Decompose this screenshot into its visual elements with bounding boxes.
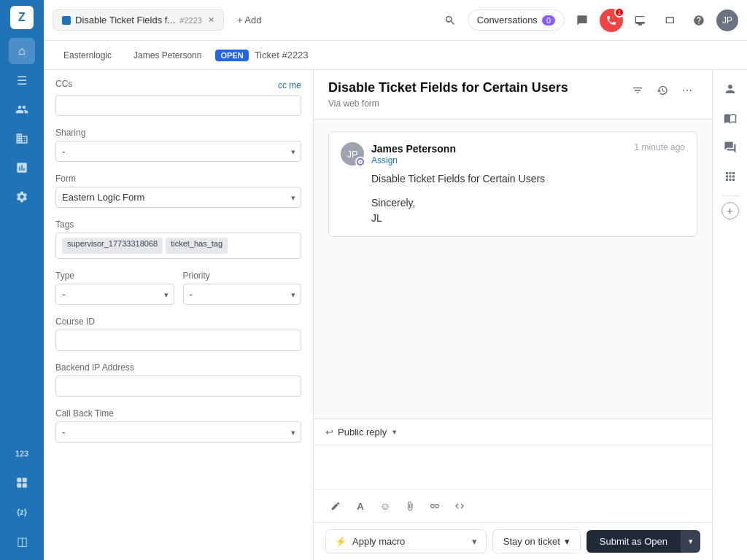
body-line2: Sincerely, [371, 195, 685, 211]
message-card: JP James Petersonn Assign 1 minute ago [328, 131, 697, 237]
nav-numbers[interactable]: 123 [9, 440, 35, 467]
tag-supervisor: supervisor_17733318068 [62, 238, 163, 254]
ccs-field: CCs cc me [55, 79, 301, 116]
code-tool[interactable] [449, 496, 470, 516]
conversations-button[interactable]: Conversations 0 [468, 9, 565, 31]
text-tool[interactable]: A [350, 496, 371, 516]
stay-label: Stay on ticket [503, 536, 560, 547]
format-tool[interactable] [325, 496, 346, 516]
type-select-wrapper: - Question Incident Problem Task [55, 284, 174, 305]
link-tool[interactable] [425, 496, 445, 516]
active-tab[interactable]: Disable Ticket Fields f... #2223 ✕ [53, 9, 224, 31]
callback-select[interactable]: - [55, 421, 301, 443]
svg-rect-3 [23, 483, 27, 488]
breadcrumb-org[interactable]: Easternlogic [55, 47, 120, 64]
ticket-header: Disable Ticket Fields for Certain Users … [314, 70, 712, 120]
ccs-input[interactable] [55, 95, 301, 116]
ticket-header-actions: ⋯ [627, 80, 697, 101]
attach-tool[interactable] [400, 496, 420, 516]
ccs-label: CCs [55, 79, 72, 89]
tab-num: #2223 [179, 16, 202, 25]
more-options-icon[interactable]: ⋯ [677, 80, 697, 101]
add-icon[interactable]: + [721, 202, 739, 219]
tags-label: Tags [55, 219, 301, 230]
priority-label: Priority [183, 271, 302, 281]
backend-ip-input[interactable] [55, 376, 301, 397]
type-label: Type [55, 271, 174, 281]
svg-rect-0 [17, 478, 21, 482]
course-id-input[interactable] [55, 330, 301, 351]
nav-reports[interactable] [9, 155, 35, 181]
ticket-status-badge: OPEN [215, 50, 248, 61]
type-field: Type - Question Incident Problem Task [55, 271, 174, 305]
sharing-select[interactable]: - [55, 141, 301, 162]
history-icon[interactable] [652, 80, 673, 101]
reply-header[interactable]: ↩ Public reply ▾ [314, 419, 712, 446]
message-body: Disable Ticket Fields for Certain Users … [341, 171, 685, 226]
macro-label: Apply macro [352, 536, 405, 547]
divider [721, 195, 739, 196]
user-avatar[interactable]: JP [716, 9, 738, 31]
sharing-label: Sharing [55, 128, 301, 138]
tab-close[interactable]: ✕ [208, 15, 214, 25]
app-logo[interactable]: Z [10, 6, 34, 29]
reply-area: ↩ Public reply ▾ A ☺ [314, 419, 712, 522]
left-panel: CCs cc me Sharing - Form Eas [44, 70, 314, 560]
priority-select[interactable]: - Low Normal High Urgent [183, 284, 302, 305]
nav-companies[interactable] [9, 125, 35, 152]
apply-macro-button[interactable]: ⚡ Apply macro ▾ [325, 529, 487, 553]
cc-me-link[interactable]: cc me [278, 80, 301, 90]
submit-button-group: Submit as Open ▾ [587, 530, 700, 553]
grid-icon-button[interactable] [658, 9, 681, 32]
apps-icon[interactable] [717, 163, 743, 190]
book-icon[interactable] [717, 105, 743, 131]
type-select[interactable]: - Question Incident Problem Task [55, 284, 174, 305]
submit-button[interactable]: Submit as Open [587, 530, 681, 553]
nav-settings[interactable] [9, 184, 35, 210]
message-time: 1 minute ago [635, 142, 685, 152]
nav-widget[interactable] [9, 470, 35, 496]
nav-code[interactable]: {z} [9, 499, 35, 525]
far-right-panel: + [712, 70, 747, 560]
tab-title: Disable Ticket Fields f... [75, 15, 175, 26]
search-button[interactable] [438, 9, 462, 32]
ticket-title: Disable Ticket Fields for Certain Users [328, 80, 568, 96]
breadcrumb-user[interactable]: James Petersonn [125, 47, 209, 64]
nav-box[interactable]: ◫ [9, 528, 35, 554]
form-label: Form [55, 174, 301, 184]
right-panel: Disable Ticket Fields for Certain Users … [314, 70, 712, 560]
filter-icon[interactable] [627, 80, 648, 101]
form-select-wrapper: Eastern Logic Form [55, 187, 301, 208]
breadcrumb-tabs: Easternlogic James Petersonn OPEN Ticket… [44, 41, 747, 70]
add-tab[interactable]: + Add [230, 10, 269, 30]
nav-home[interactable]: ⌂ [9, 38, 35, 64]
stay-on-ticket-button[interactable]: Stay on ticket ▾ [492, 529, 581, 553]
ticket-number: Ticket #2223 [255, 50, 309, 61]
call-button[interactable]: 1 [600, 9, 623, 32]
reply-compose[interactable] [314, 446, 712, 489]
nav-users[interactable] [9, 96, 35, 122]
help-icon-button[interactable] [687, 9, 711, 32]
priority-field: Priority - Low Normal High Urgent [183, 271, 302, 305]
call-badge: 1 [614, 7, 624, 18]
chat-bubbles-icon[interactable] [717, 134, 743, 160]
type-priority-row: Type - Question Incident Problem Task Pr… [55, 271, 301, 316]
tag-ticket-has-tag: ticket_has_tag [166, 238, 228, 254]
sharing-select-wrapper: - [55, 141, 301, 162]
chat-icon-button[interactable] [570, 9, 594, 32]
avatar-badge [355, 157, 365, 167]
tags-container[interactable]: supervisor_17733318068 ticket_has_tag [55, 233, 301, 259]
backend-ip-field: Backend IP Address [55, 362, 301, 397]
emoji-tool[interactable]: ☺ [375, 496, 395, 516]
profile-icon[interactable] [717, 76, 743, 102]
conversations-badge: 0 [542, 15, 555, 26]
sharing-field: Sharing - [55, 128, 301, 162]
bottom-bar: ⚡ Apply macro ▾ Stay on ticket ▾ Submit … [314, 522, 712, 560]
nav-tickets[interactable]: ☰ [9, 67, 35, 93]
submit-dropdown-button[interactable]: ▾ [681, 530, 700, 553]
body-line3: JL [371, 211, 685, 226]
macro-icon: ⚡ [335, 536, 347, 547]
assign-link[interactable]: Assign [371, 155, 456, 166]
form-select[interactable]: Eastern Logic Form [55, 187, 301, 208]
monitor-icon-button[interactable] [629, 9, 652, 32]
